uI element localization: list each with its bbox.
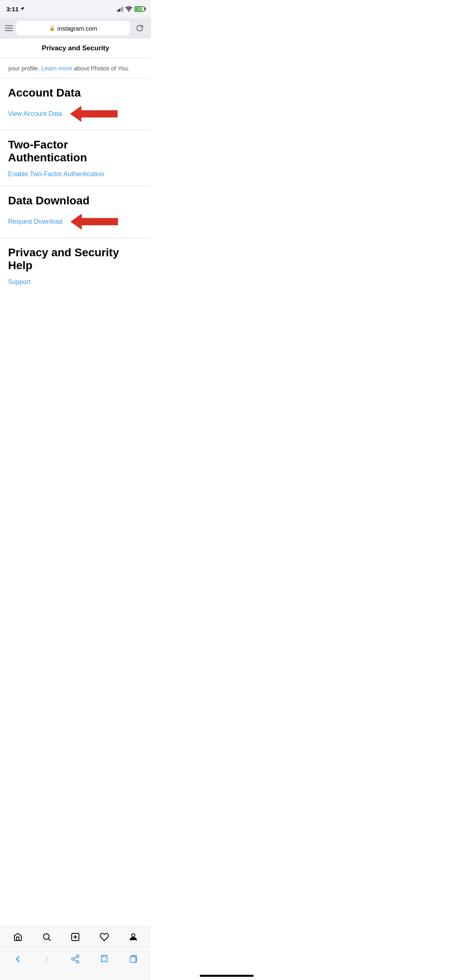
account-data-title: Account Data bbox=[8, 86, 143, 99]
enable-2fa-link[interactable]: Enable Two-Factor Authentication bbox=[8, 171, 143, 186]
refresh-button[interactable] bbox=[133, 22, 146, 35]
status-time: 3:11 bbox=[6, 6, 25, 12]
arrow-annotation-1 bbox=[70, 106, 118, 122]
data-download-title: Data Download bbox=[8, 194, 143, 207]
page-content: Privacy and Security your profile. Learn… bbox=[0, 39, 151, 350]
browser-bar: 🔒 instagram.com bbox=[0, 18, 151, 39]
lock-icon: 🔒 bbox=[49, 25, 55, 31]
signal-bars bbox=[117, 6, 123, 12]
data-download-section: Data Download Request Download bbox=[0, 186, 151, 238]
intro-suffix: about Photos of You. bbox=[74, 65, 129, 72]
refresh-icon bbox=[135, 24, 144, 33]
address-bar[interactable]: 🔒 instagram.com bbox=[16, 21, 130, 35]
arrow-annotation-2 bbox=[70, 214, 118, 230]
account-data-section: Account Data View Account Data bbox=[0, 78, 151, 130]
page-title: Privacy and Security bbox=[42, 44, 109, 52]
intro-section: your profile. Learn more about Photos of… bbox=[0, 58, 151, 78]
location-icon bbox=[20, 6, 25, 11]
url-text: instagram.com bbox=[58, 25, 97, 32]
request-download-link[interactable]: Request Download bbox=[8, 218, 62, 225]
wifi-icon bbox=[126, 6, 132, 12]
view-account-data-link[interactable]: View Account Data bbox=[8, 110, 62, 117]
battery-icon: ⚡ bbox=[134, 6, 145, 12]
two-factor-section: Two-Factor Authentication Enable Two-Fac… bbox=[0, 130, 151, 186]
time-label: 3:11 bbox=[6, 6, 19, 12]
page-header: Privacy and Security bbox=[0, 39, 151, 58]
learn-more-link[interactable]: Learn more bbox=[41, 65, 72, 72]
two-factor-title: Two-Factor Authentication bbox=[8, 138, 143, 164]
menu-button[interactable] bbox=[5, 25, 13, 31]
status-bar: 3:11 ⚡ bbox=[0, 0, 151, 18]
privacy-help-title: Privacy and Security Help bbox=[8, 246, 143, 272]
privacy-help-section: Privacy and Security Help Support bbox=[0, 238, 151, 294]
intro-prefix: your profile. bbox=[8, 65, 39, 72]
status-icons: ⚡ bbox=[117, 6, 145, 12]
support-link[interactable]: Support bbox=[8, 278, 143, 294]
